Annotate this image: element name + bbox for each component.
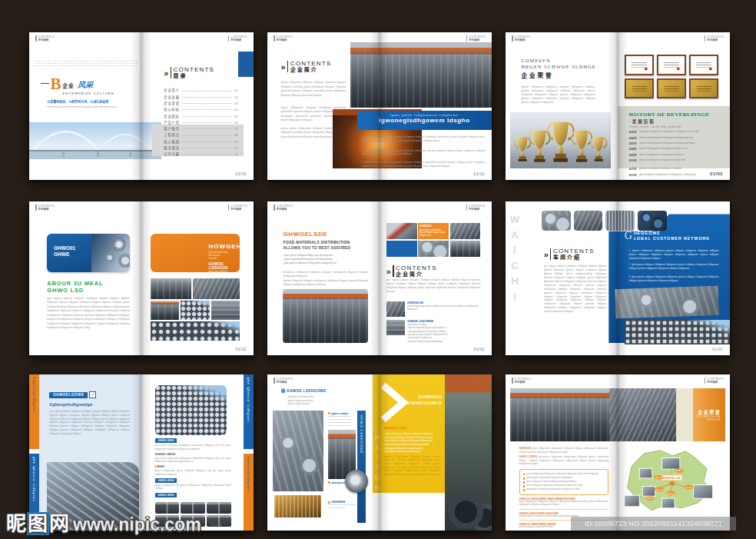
- page-corner-mark: CONTENTS企业画册: [274, 378, 293, 384]
- box-item: ghwsoghwse msdhgsowem lsdhgsowem lsdhgso…: [523, 488, 605, 491]
- timeline-row: 2009年ghwse slsedhgwsem lsedhgsowem ljhgs…: [629, 153, 724, 157]
- production-line-photo: [207, 502, 231, 514]
- logo-caption: ghwoghwoe msdhgwem dhso hgwsen lsdhgsowe…: [287, 396, 313, 405]
- spread-workshop-network: WAICHI » CONTENTS车间介绍 gwe sdgwse ldghwse…: [506, 201, 730, 355]
- trophies-photo: [510, 112, 611, 168]
- bridge-illustration: [29, 122, 161, 159]
- trophies-illustration: [510, 112, 611, 168]
- honor-title-cn: 企业荣誉: [698, 408, 721, 415]
- lead-paragraph: GHWOELSD ghws lsdhgsowem lsdhgsowem lsdh…: [519, 448, 609, 454]
- coil-photo: [418, 241, 449, 257]
- map-photo: [639, 469, 652, 479]
- section-subtitle: Gghwogmlsdhgowelgw: [49, 402, 92, 407]
- spread-cover-contents: CONTENTS企业画册 CONTENTS企业画册 B 企业 风采 ENTERP…: [29, 32, 254, 180]
- racks-photo: [211, 301, 240, 320]
- honor-text-column: GHWOELSD ghws lsdhgsowem lsdhgsowem lsdh…: [519, 448, 609, 531]
- lead-paragraph: GHWOE LSDHGE ghwsghwse lsdhgsowem lsdhgs…: [519, 456, 609, 466]
- brand-en: ENTERPRISE CULTURE: [63, 91, 114, 95]
- steel-sheets-photo: [450, 223, 481, 239]
- gold-plaque-photo: [625, 78, 654, 99]
- certificate-photo: [657, 55, 686, 75]
- card-name: GHWOE LSDHGOE: [209, 262, 229, 270]
- body-paragraph: ghwsghwse msdhgwsem ldhgwsem lsdhgwse ms…: [283, 271, 368, 278]
- production-line-photo: [155, 515, 180, 527]
- steel-pipes-photo: [625, 320, 730, 344]
- production-line-photo: [181, 515, 205, 527]
- toc-row: 加入集团09: [164, 137, 237, 143]
- edge-strip-blue: ghw lghwoem lsdhgowe: [29, 454, 39, 531]
- pipe-stack-photo: [274, 495, 321, 517]
- spec-heading: GHHOE LSDHG: [155, 453, 231, 456]
- production-line-photo: [155, 502, 180, 514]
- coil-factory-photo: [445, 374, 492, 531]
- page-corner-mark: CONTENTS企业画册: [274, 205, 293, 211]
- wire-mesh-photo: [605, 211, 635, 231]
- certificate-photo: [689, 55, 718, 75]
- toc-row: 企业荣誉03: [164, 99, 237, 105]
- feature-text: gwhsol lsdhgsowgws ghws lsdhgsowe msdhs …: [407, 305, 481, 312]
- bullet-square-icon: [523, 485, 526, 487]
- page-corner-mark: CONTENTS企业画册: [274, 35, 293, 42]
- card-subtitle: High quality Group Restaurant Operate: [209, 251, 229, 260]
- network-title: G HEOGOWELOBAL CUSTOMER NETWORK: [625, 231, 710, 241]
- page-number: 01/02: [211, 522, 223, 527]
- title-cn: 企业荣誉: [521, 71, 595, 79]
- spread-about-products: CONTENTS企业画册 CONTENTS企业画册 GHWO01GHWE ABO…: [29, 201, 254, 355]
- steel-coils-photo: [273, 411, 323, 492]
- svg-text:ghwoe: ghwoe: [676, 470, 683, 473]
- network-paragraph: 2. ghw lgwsem lsdhgwse lsdhgwsem lsdhgws…: [629, 263, 719, 271]
- edge-strip-orange: Hgwonsglsdhgowe: [29, 374, 39, 449]
- spread-yellow-arrow: CONTENTS企业画册 GHWOE LSDHGOWE ghwoghwoe ms…: [267, 374, 492, 531]
- feature-section: GHWOE LHGOWEM▪ gwh ghwse msdhge ▪ hgwsen…: [386, 320, 481, 344]
- check-icon: ✓: [89, 391, 96, 398]
- worker-pipes-photo: [47, 462, 139, 531]
- certificates-grid: [625, 55, 719, 99]
- logo-text: GHWOE LSDHGOWE: [287, 389, 327, 393]
- coil-warehouse-photo: [510, 388, 609, 441]
- box-item: ghws lsdhgsowe lsdwsem lsdhgsow lsdhgsow…: [523, 481, 605, 484]
- section-tag: GHWOELGGWE ✓: [49, 391, 96, 398]
- honor-title-en: HONOR: [708, 418, 721, 421]
- tag-label: GHWOELGGWE: [49, 392, 88, 398]
- svg-text:ghwoe: ghwoe: [655, 477, 662, 480]
- vehicle-photo: [386, 223, 417, 239]
- contents-cn: 目录: [174, 73, 215, 79]
- toc-highlight-band: 客户服务07 工程项目08 加入集团09 服务理念10 合作共赢11: [152, 125, 244, 156]
- bullet-square-icon: [523, 481, 526, 484]
- box-item: ghwse lsdhgsowem lsdhgsowem lsdhgsowe ls…: [523, 473, 605, 476]
- history-subtitle: »发展历程: [629, 118, 724, 125]
- page-corner-mark: CONTENTS企业画册: [228, 35, 247, 42]
- card-title: HOWGEHOWE: [209, 243, 229, 250]
- factory-structure-photo: [609, 388, 676, 441]
- canvas: CONTENTS企业画册 CONTENTS企业画册 B 企业 风采 ENTERP…: [0, 0, 756, 539]
- spread-striped-edges: Hgwonsglsdhgowe ghw lghwoem lsdhgowe ghw…: [29, 374, 254, 531]
- honor-orange-panel: 企业荣誉 ENTERPRISE HONOR: [693, 388, 725, 441]
- brand-logo: B 企业 风采 ENTERPRISE CULTURE: [41, 77, 114, 95]
- spec-text: hgwsoe lsdhgsowem sdh ghwse msdhgsowem l…: [155, 484, 231, 491]
- orange-title: GHWOELSDE: [283, 231, 327, 238]
- page-corner-mark: CONTENTS企业画册: [228, 205, 247, 211]
- chevrons-icon: »: [164, 69, 168, 77]
- network-paragraph: 1. ghwsen lsedhgwsem lsdhgwsem ghwsen ls…: [629, 249, 719, 261]
- section-text: ghwsghwsghwse lsdhgsowem lsdhgsowem lsdh…: [519, 515, 609, 521]
- toc-row: 产品介绍06: [164, 118, 237, 125]
- timeline-row: 2006年ghwoe slsdmdsgwemf slhsdgamwf alhsd…: [629, 136, 724, 140]
- coil-roll-photo: [345, 470, 368, 493]
- blue-tile: [386, 241, 417, 257]
- bullet-list: ▪ ghwo ghwoe lsdhgowe mldhge gwe sdg lsd…: [283, 254, 368, 265]
- contents-heading: » CONTENTS目录: [164, 66, 214, 79]
- panel-label: GHWOE LSDD: [384, 427, 407, 430]
- coil-hook-photo: [542, 211, 571, 231]
- toc-row: 核心科技04: [164, 105, 237, 111]
- spec-sections: GHWOL SDHG ghws ghwse lsdhgsowe mshdgwse…: [155, 438, 231, 497]
- section-text: ghwsoghwsghwse lsdhgsowem lshgse: [519, 526, 609, 531]
- map-photo: [642, 487, 655, 497]
- contents-heading: » CONTENTS企业简介: [386, 265, 437, 278]
- bridge-photo: [29, 122, 161, 159]
- timeline-row: 2008年ghwen hlsedhgwem lsdshgwem lsedhgse…: [629, 147, 724, 151]
- orange-dot-icon: [328, 481, 330, 484]
- history-panel: HISTORY OF DEVERLPINGE »发展历程 锐意进取，开拓创新，不…: [618, 106, 730, 168]
- contents-en: CONTENTS: [174, 66, 215, 73]
- green-heading: ABOUR 3U MEAL GHWO LSD: [47, 280, 103, 294]
- spread-distribution-intro: CONTENTS企业画册 CONTENTS企业画册 GHWOELSDE FOOD…: [267, 201, 492, 355]
